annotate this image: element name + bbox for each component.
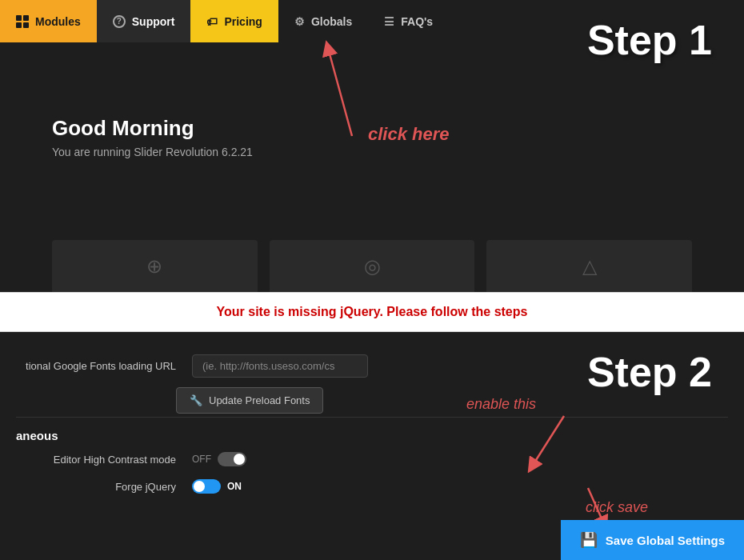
google-fonts-input[interactable]: (ie. http://fonts.useso.com/cs xyxy=(192,354,368,378)
contrast-label: Editor High Contrast mode xyxy=(16,454,176,466)
nav-globals[interactable]: ⚙ Globals xyxy=(278,0,368,42)
contrast-toggle-track[interactable] xyxy=(218,452,246,466)
step2-label: Step 2 xyxy=(587,348,712,396)
click-here-annotation: click here xyxy=(368,124,450,145)
jquery-label: Forge jQuery xyxy=(16,481,176,493)
question-icon: ? xyxy=(113,15,126,28)
save-icon: 💾 xyxy=(580,531,598,549)
divider xyxy=(16,417,728,418)
top-section: Modules ? Support 🏷 Pricing ⚙ Globals ☰ … xyxy=(0,0,744,292)
grid-icon xyxy=(16,15,29,28)
nav-faqs[interactable]: ☰ FAQ's xyxy=(368,0,449,42)
faqs-label: FAQ's xyxy=(401,15,433,28)
nav-support[interactable]: ? Support xyxy=(97,0,191,42)
modules-label: Modules xyxy=(35,15,81,28)
svg-line-5 xyxy=(588,488,604,524)
svg-line-3 xyxy=(532,416,564,466)
contrast-row: Editor High Contrast mode OFF xyxy=(0,446,744,473)
google-fonts-label: tional Google Fonts loading URL xyxy=(16,360,176,372)
contrast-toggle-label: OFF xyxy=(192,454,211,465)
card-3[interactable]: △ xyxy=(486,240,692,292)
wrench-icon: 🔧 xyxy=(190,394,202,406)
pricing-label: Pricing xyxy=(224,15,262,28)
nav-modules[interactable]: Modules xyxy=(0,0,97,42)
card-2[interactable]: ◎ xyxy=(270,240,475,292)
jquery-toggle-label: ON xyxy=(227,481,242,492)
nav-pricing[interactable]: 🏷 Pricing xyxy=(190,0,278,42)
card-1[interactable]: ⊕ xyxy=(52,240,258,292)
save-btn-label: Save Global Settings xyxy=(606,534,725,547)
update-btn-label: Update Preload Fonts xyxy=(209,394,310,406)
enable-this-annotation: enable this xyxy=(466,396,536,413)
card2-icon: ◎ xyxy=(364,255,381,278)
welcome-area: Good Morning You are running Slider Revo… xyxy=(52,116,253,158)
welcome-subtitle: You are running Slider Revolution 6.2.21 xyxy=(52,146,253,158)
card3-icon: △ xyxy=(582,255,597,278)
support-label: Support xyxy=(132,15,175,28)
step1-label: Step 1 xyxy=(587,16,712,64)
jquery-toggle[interactable]: ON xyxy=(192,479,242,494)
section-title: aneous xyxy=(0,419,744,446)
jquery-toggle-track[interactable] xyxy=(192,479,221,494)
tag-icon: 🏷 xyxy=(206,15,218,28)
alert-message: Your site is missing jQuery. Please foll… xyxy=(217,305,528,319)
cards-row: ⊕ ◎ △ xyxy=(52,240,692,292)
card1-icon: ⊕ xyxy=(146,255,162,278)
globals-label: Globals xyxy=(311,15,352,28)
bottom-section: Step 2 tional Google Fonts loading URL (… xyxy=(0,332,744,560)
gear-icon: ⚙ xyxy=(294,15,305,28)
svg-line-1 xyxy=(328,48,352,136)
list-icon: ☰ xyxy=(384,15,394,28)
contrast-toggle-thumb xyxy=(234,454,245,465)
welcome-title: Good Morning xyxy=(52,116,253,141)
save-global-settings-button[interactable]: 💾 Save Global Settings xyxy=(561,520,744,560)
jquery-toggle-thumb xyxy=(194,481,205,492)
arrow-enable xyxy=(516,412,596,476)
jquery-row: Forge jQuery ON xyxy=(0,473,744,500)
contrast-toggle[interactable]: OFF xyxy=(192,452,246,466)
alert-bar: Your site is missing jQuery. Please foll… xyxy=(0,292,744,332)
update-preload-fonts-button[interactable]: 🔧 Update Preload Fonts xyxy=(176,387,323,414)
